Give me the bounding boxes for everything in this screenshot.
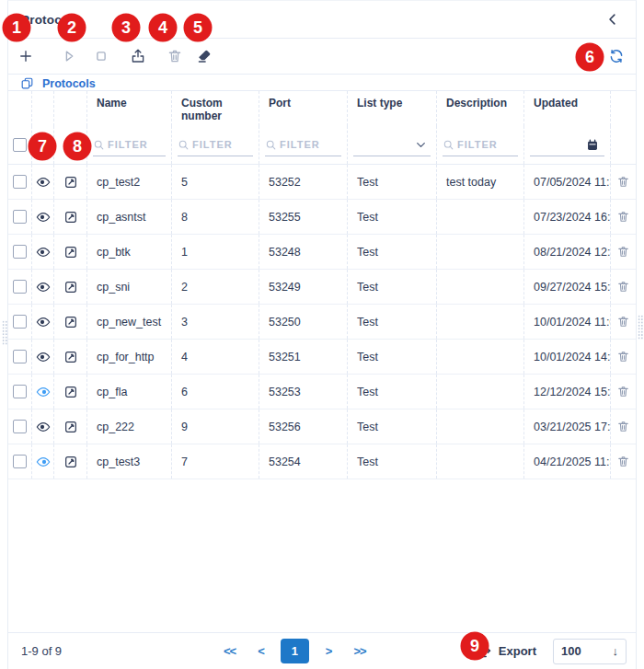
row-delete-icon[interactable] (616, 245, 630, 259)
row-checkbox[interactable] (13, 175, 27, 189)
current-page-button[interactable]: 1 (281, 639, 309, 663)
row-delete-icon[interactable] (616, 315, 630, 329)
name-filter-input[interactable] (105, 139, 166, 150)
column-header-updated[interactable]: Updated (524, 91, 611, 126)
row-delete-icon[interactable] (616, 280, 630, 294)
cell-port: 53255 (259, 200, 348, 234)
collapse-panel-button[interactable] (604, 11, 621, 28)
refresh-button[interactable] (608, 48, 625, 64)
view-eye-icon[interactable] (36, 210, 51, 225)
clear-filter-button[interactable] (196, 48, 213, 64)
first-page-button[interactable]: << (213, 644, 247, 658)
description-filter-input[interactable] (454, 139, 518, 150)
view-eye-icon[interactable] (36, 385, 51, 399)
cell-list-type: Test (348, 409, 437, 444)
table-body: cp_test2 5 53252 Test test today 07/05/2… (8, 165, 636, 479)
view-eye-icon[interactable] (36, 245, 51, 260)
edit-icon[interactable] (63, 245, 78, 260)
view-eye-icon[interactable] (36, 420, 51, 434)
row-checkbox[interactable] (13, 385, 27, 398)
edit-icon[interactable] (63, 385, 78, 399)
view-eye-icon[interactable] (36, 175, 51, 190)
edit-icon[interactable] (63, 455, 78, 469)
cell-name: cp_sni (87, 270, 172, 304)
row-checkbox[interactable] (13, 280, 27, 294)
row-delete-icon[interactable] (616, 175, 630, 189)
column-header-name[interactable]: Name (87, 91, 172, 126)
row-delete-icon[interactable] (616, 420, 630, 433)
cell-list-type: Test (348, 235, 437, 269)
cell-updated: 10/01/2024 11:0 (524, 305, 611, 339)
search-icon (443, 139, 454, 151)
export-label: Export (499, 644, 536, 658)
refresh-icon (608, 48, 625, 64)
table-row: cp_test3 7 53254 Test 04/21/2025 11:5 (8, 444, 636, 479)
table-row: cp_222 9 53256 Test 03/21/2025 17:3 (8, 409, 636, 444)
stop-button[interactable] (93, 48, 109, 64)
list-type-filter-select[interactable] (353, 133, 431, 156)
delete-button[interactable] (167, 48, 183, 64)
prev-page-button[interactable]: < (247, 644, 275, 658)
row-delete-icon[interactable] (616, 210, 630, 224)
cell-custom-number: 3 (172, 305, 259, 339)
edit-icon[interactable] (63, 350, 78, 364)
cell-custom-number: 4 (172, 340, 259, 374)
upload-button[interactable] (130, 48, 146, 64)
annotation-badge-9: 9 (461, 632, 489, 661)
cell-description (437, 200, 524, 234)
cell-custom-number: 5 (172, 165, 259, 199)
view-eye-icon[interactable] (36, 350, 51, 364)
row-delete-icon[interactable] (616, 350, 630, 363)
view-eye-icon[interactable] (36, 280, 51, 294)
select-all-checkbox[interactable] (13, 138, 27, 152)
column-header-port[interactable]: Port (259, 91, 348, 126)
left-resize-handle[interactable] (2, 320, 8, 346)
pagination: << < 1 > >> (213, 639, 377, 663)
play-icon (61, 48, 77, 64)
row-checkbox[interactable] (13, 455, 27, 468)
table-filter-row (8, 126, 636, 165)
row-checkbox[interactable] (13, 315, 27, 329)
row-checkbox[interactable] (13, 420, 27, 433)
edit-icon[interactable] (63, 420, 78, 434)
column-header-list-type[interactable]: List type (348, 91, 437, 126)
custom-number-filter-input[interactable] (190, 139, 253, 150)
run-button[interactable] (61, 48, 77, 64)
cell-list-type: Test (348, 165, 437, 199)
updated-date-filter[interactable] (530, 133, 604, 156)
annotation-badge-2: 2 (58, 14, 86, 42)
cell-name: cp_new_test (87, 305, 172, 339)
annotation-badge-6: 6 (576, 43, 604, 72)
view-eye-icon[interactable] (36, 455, 51, 469)
right-resize-handle[interactable] (638, 315, 644, 340)
annotation-badge-1: 1 (3, 14, 31, 42)
port-filter-input[interactable] (277, 139, 341, 150)
arrow-down-icon: ↓ (613, 644, 619, 658)
chevron-left-icon (604, 11, 621, 28)
protocols-panel: Protocols (7, 0, 637, 669)
page-size-select[interactable]: 100 ↓ (553, 639, 627, 664)
row-checkbox[interactable] (13, 245, 27, 259)
add-button[interactable] (17, 48, 34, 64)
row-checkbox[interactable] (13, 350, 27, 363)
breadcrumb-protocols-link[interactable]: Protocols (42, 77, 96, 90)
edit-icon[interactable] (63, 175, 78, 190)
row-delete-icon[interactable] (616, 455, 630, 468)
next-page-button[interactable]: > (315, 644, 343, 658)
edit-icon[interactable] (63, 210, 78, 225)
edit-icon[interactable] (63, 280, 78, 294)
view-eye-icon[interactable] (36, 315, 51, 329)
cell-port: 53253 (259, 375, 348, 409)
cell-updated: 07/23/2024 16:4 (524, 200, 611, 234)
row-delete-icon[interactable] (616, 385, 630, 398)
column-header-description[interactable]: Description (437, 91, 524, 126)
column-header-custom-number[interactable]: Custom number (172, 91, 259, 126)
edit-icon[interactable] (63, 315, 78, 329)
row-checkbox[interactable] (13, 210, 27, 224)
cell-custom-number: 2 (172, 270, 259, 304)
table-row: cp_sni 2 53249 Test 09/27/2024 15:4 (8, 270, 636, 305)
header-edit-col (54, 91, 87, 126)
last-page-button[interactable]: >> (342, 644, 376, 658)
cell-description (437, 270, 524, 304)
cell-list-type: Test (348, 270, 437, 304)
